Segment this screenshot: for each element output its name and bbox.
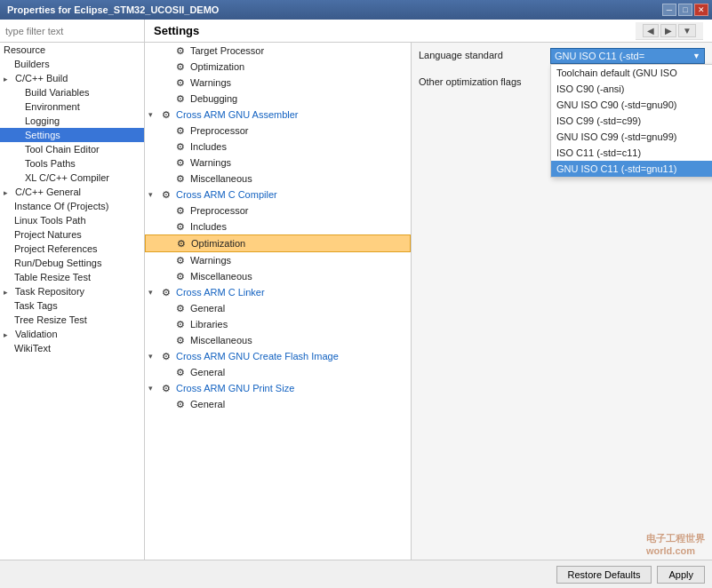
tree-item-label: Cross ARM C Compiler — [176, 189, 277, 200]
tree-item-linker-miscellaneous[interactable]: ⚙Miscellaneous — [145, 332, 411, 348]
sidebar-item-settings[interactable]: Settings — [0, 128, 144, 142]
sidebar-item-cpp-build[interactable]: ▸ C/C++ Build — [0, 71, 144, 85]
sidebar-item-builders[interactable]: Builders — [0, 57, 144, 71]
sidebar-item-table-resize-test[interactable]: Table Resize Test — [0, 270, 144, 284]
sidebar-item-linux-tools-path[interactable]: Linux Tools Path — [0, 213, 144, 227]
gear-icon: ⚙ — [173, 254, 188, 266]
apply-button[interactable]: Apply — [657, 566, 705, 584]
tree-item-asm-includes[interactable]: ⚙Includes — [145, 139, 411, 155]
tree-item-cross-arm-gnu-flash[interactable]: ▾⚙Cross ARM GNU Create Flash Image — [145, 348, 411, 364]
tree-item-c-miscellaneous[interactable]: ⚙Miscellaneous — [145, 268, 411, 284]
nav-forward-button[interactable]: ▶ — [660, 24, 676, 37]
filter-input[interactable] — [0, 20, 145, 42]
sidebar-item-build-variables[interactable]: Build Variables — [0, 85, 144, 99]
tree-item-debugging[interactable]: ⚙Debugging — [145, 91, 411, 107]
dropdown-option-iso-c90-ansi[interactable]: ISO C90 (-ansi) — [551, 81, 712, 97]
language-standard-row: Language standard GNU ISO C11 (-std= ▼ T… — [412, 43, 712, 69]
sidebar-arrow: ▸ — [4, 330, 12, 339]
tree-item-asm-preprocessor[interactable]: ⚙Preprocessor — [145, 123, 411, 139]
dropdown-list: Toolchain default (GNU ISO ISO C90 (-ans… — [550, 64, 712, 178]
tree-item-label: Optimization — [190, 61, 244, 72]
sidebar-item-project-natures[interactable]: Project Natures — [0, 227, 144, 242]
sidebar-item-run-debug-settings[interactable]: Run/Debug Settings — [0, 256, 144, 270]
maximize-button[interactable]: □ — [678, 4, 692, 16]
sidebar-arrow: ▸ — [4, 188, 12, 197]
dropdown-option-iso-c99[interactable]: ISO C99 (-std=c99) — [551, 113, 712, 129]
sidebar-item-task-repository[interactable]: ▸ Task Repository — [0, 284, 144, 298]
sidebar-item-tool-chain-editor[interactable]: Tool Chain Editor — [0, 142, 144, 156]
watermark: 电子工程世界world.com — [646, 532, 705, 556]
tree-item-label: Target Processor — [190, 45, 264, 56]
tree-item-c-preprocessor[interactable]: ⚙Preprocessor — [145, 203, 411, 219]
dropdown-selected-value: GNU ISO C11 (-std= — [555, 51, 644, 61]
tree-item-asm-miscellaneous[interactable]: ⚙Miscellaneous — [145, 171, 411, 187]
content-area: ResourceBuilders▸ C/C++ BuildBuild Varia… — [0, 43, 712, 560]
tree-item-label: Miscellaneous — [190, 271, 252, 282]
settings-header: Settings ◀ ▶ ▼ — [145, 20, 712, 42]
dropdown-option-toolchain-default[interactable]: Toolchain default (GNU ISO — [551, 65, 712, 81]
sidebar-item-project-references[interactable]: Project References — [0, 242, 144, 256]
sidebar-item-tree-resize-test[interactable]: Tree Resize Test — [0, 313, 144, 327]
tree-item-cross-arm-gnu-assembler[interactable]: ▾⚙Cross ARM GNU Assembler — [145, 107, 411, 123]
sidebar-arrow: ▸ — [4, 75, 12, 83]
tree-item-target-processor[interactable]: ⚙Target Processor — [145, 43, 411, 59]
tree-item-label: Warnings — [190, 77, 231, 88]
tree-item-flash-general[interactable]: ⚙General — [145, 364, 411, 380]
tree-expand-icon: ▾ — [148, 190, 159, 199]
tree-item-cross-arm-c-linker[interactable]: ▾⚙Cross ARM C Linker — [145, 284, 411, 300]
restore-defaults-button[interactable]: Restore Defaults — [556, 566, 652, 584]
gear-icon: ⚙ — [173, 76, 188, 89]
gear-icon: ⚙ — [173, 302, 188, 314]
dropdown-option-iso-c11[interactable]: ISO C11 (-std=c11) — [551, 145, 712, 161]
sidebar-item-validation[interactable]: ▸ Validation — [0, 327, 144, 341]
tree-item-c-optimization[interactable]: ⚙Optimization — [145, 234, 411, 252]
bottom-bar: Restore Defaults Apply — [0, 560, 712, 588]
close-button[interactable]: ✕ — [694, 4, 708, 16]
nav-back-button[interactable]: ◀ — [643, 24, 659, 37]
gear-icon: ⚙ — [174, 237, 188, 250]
tree-item-cross-arm-c-compiler[interactable]: ▾⚙Cross ARM C Compiler — [145, 187, 411, 203]
tree-item-warnings[interactable]: ⚙Warnings — [145, 75, 411, 91]
tree-item-asm-warnings[interactable]: ⚙Warnings — [145, 155, 411, 171]
tree-item-label: Cross ARM GNU Create Flash Image — [176, 351, 339, 362]
sidebar-item-resource[interactable]: Resource — [0, 43, 144, 57]
sidebar-item-tools-paths[interactable]: Tools Paths — [0, 156, 144, 171]
language-standard-label: Language standard — [419, 48, 543, 60]
tree-item-linker-libraries[interactable]: ⚙Libraries — [145, 316, 411, 332]
tree-item-label: General — [190, 399, 225, 409]
tree-item-label: Includes — [190, 141, 227, 152]
tree-item-c-includes[interactable]: ⚙Includes — [145, 219, 411, 234]
gear-icon: ⚙ — [173, 398, 188, 410]
tree-item-linker-general[interactable]: ⚙General — [145, 300, 411, 316]
sidebar-item-xl-cpp-compiler[interactable]: XL C/C++ Compiler — [0, 171, 144, 185]
dropdown-option-gnu-iso-c11[interactable]: GNU ISO C11 (-std=gnu11) — [551, 161, 712, 177]
tree-item-label: Cross ARM GNU Assembler — [176, 109, 299, 120]
sidebar-item-environment[interactable]: Environment — [0, 99, 144, 114]
tree-item-c-warnings[interactable]: ⚙Warnings — [145, 252, 411, 268]
tree-item-optimization[interactable]: ⚙Optimization — [145, 59, 411, 75]
tree-item-label: General — [190, 303, 225, 314]
gear-icon: ⚙ — [173, 318, 188, 330]
settings-title: Settings — [154, 24, 199, 37]
tree-item-label: Debugging — [190, 93, 237, 104]
minimize-button[interactable]: ─ — [662, 4, 676, 16]
window-title: Properties for Eclipse_STM32_UCOSII_DEMO — [4, 4, 219, 15]
dropdown-option-gnu-iso-c99[interactable]: GNU ISO C99 (-std=gnu99) — [551, 129, 712, 145]
dropdown-option-gnu-iso-c90[interactable]: GNU ISO C90 (-std=gnu90) — [551, 97, 712, 113]
tree-item-label: General — [190, 367, 225, 377]
tree-item-label: Cross ARM C Linker — [176, 287, 265, 298]
dropdown-container: GNU ISO C11 (-std= ▼ Toolchain default (… — [550, 48, 705, 64]
tree-item-cross-arm-gnu-print[interactable]: ▾⚙Cross ARM GNU Print Size — [145, 380, 411, 396]
tree-item-print-general[interactable]: ⚙General — [145, 396, 411, 412]
sidebar-item-cpp-general[interactable]: ▸ C/C++ General — [0, 185, 144, 199]
sidebar-item-logging[interactable]: Logging — [0, 114, 144, 128]
nav-toolbar: ◀ ▶ ▼ — [636, 22, 703, 40]
sidebar-item-wikitext[interactable]: WikiText — [0, 341, 144, 355]
gear-icon: ⚙ — [159, 350, 173, 362]
sidebar-item-instance-of[interactable]: Instance Of (Projects) — [0, 199, 144, 213]
sidebar-item-task-tags[interactable]: Task Tags — [0, 298, 144, 313]
tree-item-label: Warnings — [190, 255, 231, 266]
nav-dropdown-button[interactable]: ▼ — [678, 24, 696, 37]
language-standard-dropdown[interactable]: GNU ISO C11 (-std= ▼ — [550, 48, 705, 64]
gear-icon: ⚙ — [173, 44, 188, 57]
